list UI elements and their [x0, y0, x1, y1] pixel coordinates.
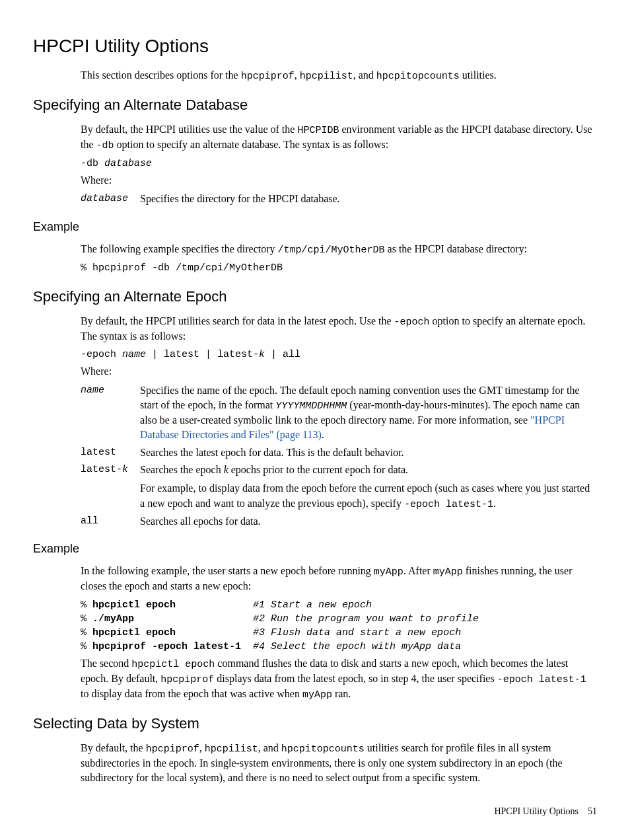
text: option to specify an alternate database.… [114, 139, 389, 150]
epoch-example-paragraph: In the following example, the user start… [81, 564, 597, 593]
def-desc: Specifies the directory for the HPCPI da… [140, 190, 340, 208]
text: latest- [81, 464, 122, 475]
param: k [122, 464, 128, 475]
text: , and [353, 69, 376, 81]
text: , [295, 69, 300, 81]
code: -epoch latest-1 [404, 499, 493, 510]
epoch-def-list: name Specifies the name of the epoch. Th… [81, 382, 597, 531]
code: myApp [302, 689, 332, 701]
def-row-all: all Searches all epochs for data. [81, 513, 597, 530]
code: hpcpilist [300, 71, 353, 82]
text: epochs prior to the current epoch for da… [228, 464, 408, 475]
text: . [322, 429, 324, 440]
code: myApp [433, 566, 463, 578]
cmd: ./myApp [92, 613, 134, 625]
def-desc: Specifies the name of the epoch. The def… [140, 382, 597, 444]
def-term: database [81, 190, 140, 208]
footer-page-number: 51 [588, 806, 597, 816]
def-term: latest [81, 444, 140, 461]
pad [241, 641, 253, 652]
text: , and [258, 742, 281, 753]
param: k [224, 464, 228, 475]
text: By default, the HPCPI utilities search f… [81, 315, 394, 326]
def-term: name [81, 382, 140, 444]
code: hpcpitopcounts [376, 71, 460, 82]
db-example-code: % hpcpiprof -db /tmp/cpi/MyOtherDB [81, 261, 597, 275]
code: -db [96, 140, 114, 151]
code: hpcpitopcounts [281, 744, 365, 755]
prompt: % [81, 627, 92, 638]
section-heading-epoch: Specifying an Alternate Epoch [33, 287, 597, 307]
code: -epoch [394, 317, 430, 328]
page-title: HPCPI Utility Options [33, 33, 597, 59]
comment: #2 Run the program you want to profile [253, 613, 479, 625]
text: as the HPCPI database directory: [385, 243, 528, 254]
code: hpcpiprof [241, 71, 295, 82]
text: By default, the HPCPI utilities use the … [81, 124, 297, 135]
text: , [199, 742, 205, 753]
def-term: latest-k [81, 461, 140, 513]
param: database [104, 158, 152, 169]
section-heading-database: Specifying an Alternate Database [33, 95, 597, 116]
system-paragraph: By default, the hpcpiprof, hpcpilist, an… [81, 741, 597, 786]
text: | all [265, 349, 300, 360]
para2: For example, to display data from the ep… [140, 481, 597, 511]
text: utilities. [460, 69, 497, 81]
pad [176, 599, 253, 611]
pad [134, 613, 253, 625]
code: hpcpilist [205, 744, 258, 755]
code: HPCPIDB [297, 125, 339, 136]
comment: #1 Start a new epoch [253, 599, 372, 611]
epoch-syntax: -epoch name | latest | latest-k | all [81, 348, 597, 362]
text: The second [81, 658, 131, 669]
epoch-paragraph: By default, the HPCPI utilities search f… [81, 314, 597, 344]
comment: #4 Select the epoch with myApp data [253, 641, 461, 652]
comment: #3 Flush data and start a new epoch [253, 627, 461, 638]
cmd: hpcpiprof -epoch latest-1 [92, 641, 241, 652]
code: -epoch latest-1 [497, 674, 586, 685]
text: . After [403, 565, 433, 576]
text: to display data from the epoch that was … [81, 688, 302, 699]
def-term: all [81, 513, 140, 530]
param: name [122, 349, 146, 360]
pad [176, 627, 253, 638]
intro-paragraph: This section describes options for the h… [81, 68, 597, 83]
text: -epoch [81, 349, 122, 360]
where-label: Where: [81, 364, 597, 379]
text: This section describes options for the [81, 69, 241, 81]
text: In the following example, the user start… [81, 565, 374, 576]
example-paragraph: The following example specifies the dire… [81, 242, 597, 257]
db-def-list: database Specifies the directory for the… [81, 190, 340, 208]
code: YYYYMMDDHHMM [275, 401, 347, 412]
text: ran. [332, 688, 351, 699]
def-row: database Specifies the directory for the… [81, 190, 340, 208]
text: -db [81, 158, 104, 169]
epoch-example-code: % hpcpictl epoch #1 Start a new epoch % … [81, 598, 597, 654]
prompt: % [81, 641, 92, 652]
cmd: hpcpictl epoch [92, 599, 176, 611]
def-desc: Searches all epochs for data. [140, 513, 597, 530]
code: hpcpictl epoch [131, 659, 215, 670]
para1: Searches the epoch k epochs prior to the… [140, 463, 597, 477]
epoch-example-paragraph-2: The second hpcpictl epoch command flushe… [81, 656, 597, 702]
text: By default, the [81, 742, 146, 753]
def-row-latest: latest Searches the latest epoch for dat… [81, 444, 597, 461]
code: /tmp/cpi/MyOtherDB [278, 245, 385, 256]
page-footer: HPCPI Utility Options 51 [33, 805, 597, 818]
example-heading: Example [33, 541, 597, 557]
param: k [259, 349, 265, 360]
prompt: % [81, 599, 92, 611]
section-heading-system: Selecting Data by System [33, 714, 597, 734]
term: database [81, 193, 128, 204]
text: Searches the epoch [140, 464, 224, 475]
where-label: Where: [81, 173, 597, 188]
def-row-name: name Specifies the name of the epoch. Th… [81, 382, 597, 444]
def-desc: Searches the epoch k epochs prior to the… [140, 461, 597, 513]
text: displays data from the latest epoch, so … [214, 673, 497, 684]
text: For example, to display data from the ep… [140, 482, 590, 508]
cmd: hpcpictl epoch [92, 627, 176, 638]
term: name [81, 385, 104, 396]
code: hpcpiprof [160, 674, 214, 685]
text: . [493, 498, 496, 509]
footer-section: HPCPI Utility Options [494, 806, 578, 816]
